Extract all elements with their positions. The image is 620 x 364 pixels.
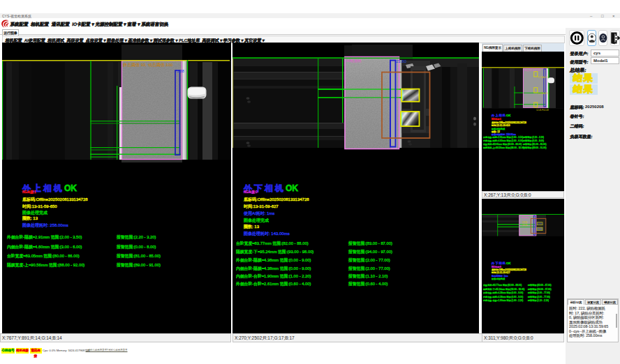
svg-text:阈值:93 动态:100: 阈值:93 动态:100	[524, 69, 540, 72]
svg-text:12.45 Px5.08: 12.45 Px5.08	[536, 109, 549, 112]
svg-text:23.80: 23.80	[396, 59, 407, 63]
svg-text:AI检测框: AI检测框	[346, 59, 362, 63]
svg-text:12.4 A=3.5: 12.4 A=3.5	[538, 92, 549, 95]
svg-text:12.55: 12.55	[522, 224, 528, 227]
svg-text:3.88: 3.88	[177, 69, 184, 73]
svg-text:12.5 A=3.1: 12.5 A=3.1	[538, 76, 549, 79]
svg-text:AI检测框: AI检测框	[522, 216, 529, 219]
svg-text:静态阈值:93, 动态阈值:100: 静态阈值:93, 动态阈值:100	[123, 62, 173, 68]
